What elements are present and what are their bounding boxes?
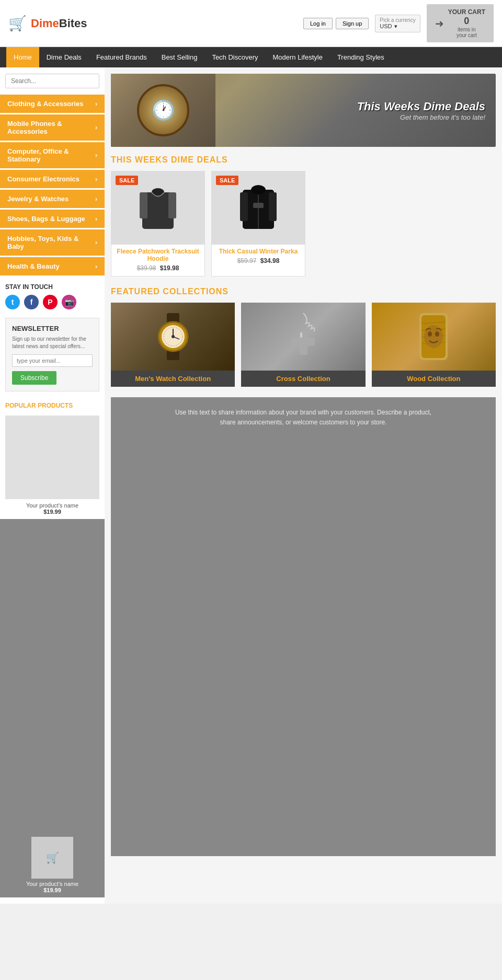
product-image-placeholder-2: 🛒 — [31, 837, 73, 879]
info-line2: share announcements, or welcome customer… — [121, 418, 485, 428]
sidebar-item-label: Consumer Electronics — [7, 175, 79, 183]
nav-tech-discovery[interactable]: Tech Discovery — [204, 47, 265, 67]
hero-banner: 🕐 This Weeks Dime Deals Get them before … — [111, 74, 496, 147]
svg-point-3 — [152, 188, 164, 197]
chevron-right-icon: › — [95, 100, 97, 108]
nav-dime-deals[interactable]: Dime Deals — [39, 47, 89, 67]
hero-text: This Weeks Dime Deals Get them before it… — [357, 100, 496, 121]
logo-dime: Dime — [31, 17, 59, 30]
collection-img-cross — [241, 303, 365, 371]
collection-img-watch — [111, 303, 235, 371]
collection-label-wood: Wood Collection — [372, 371, 496, 387]
cart-logo-icon: 🛒 — [8, 15, 27, 32]
currency-box[interactable]: Pick a currency USD ▾ — [375, 15, 420, 32]
hero-clock-bg: 🕐 — [111, 74, 215, 147]
svg-point-7 — [251, 185, 266, 194]
sidebar-item-label: Jewelry & Watches — [7, 195, 69, 203]
content-bottom-placeholder — [111, 438, 496, 856]
svg-rect-1 — [140, 192, 147, 218]
newsletter-box: NEWSLETTER Sign up to our newsletter for… — [5, 318, 99, 391]
deal-prices-1: $39.98 $19.98 — [111, 264, 204, 276]
hero-subtitle: Get them before it's too late! — [357, 113, 485, 121]
svg-rect-20 — [300, 332, 302, 338]
search-input[interactable] — [5, 74, 99, 88]
product-image-placeholder-1 — [5, 416, 99, 499]
svg-rect-9 — [253, 203, 264, 208]
cart-title: YOUR CART — [448, 8, 485, 16]
deal-new-price-1: $19.98 — [160, 264, 179, 272]
main-layout: Clothing & Accessories › Mobile Phones &… — [0, 67, 502, 904]
sidebar-item-label: Mobile Phones & Accessories — [7, 120, 95, 135]
sidebar-item-label: Computer, Office & Stationary — [7, 147, 95, 163]
svg-rect-19 — [292, 338, 315, 346]
chevron-right-icon: › — [95, 176, 97, 183]
svg-point-27 — [424, 325, 443, 348]
cart-count: 0 — [448, 16, 485, 27]
sale-badge-2: SALE — [216, 176, 238, 185]
popular-product-2-area: 🛒 Your product's name $19.99 — [0, 833, 105, 897]
deal-name-2: Thick Casual Winter Parka — [212, 245, 305, 257]
sidebar-item-hobbies[interactable]: Hobbies, Toys, Kids & Baby › — [0, 229, 105, 256]
nav-featured-brands[interactable]: Featured Brands — [89, 47, 154, 67]
twitter-icon[interactable]: t — [5, 295, 20, 309]
svg-point-28 — [428, 331, 432, 337]
sidebar-item-label: Clothing & Accessories — [7, 100, 83, 108]
info-text-box: Use this text to share information about… — [111, 397, 496, 438]
stay-in-touch-title: STAY IN TOUCH — [5, 283, 99, 291]
login-button[interactable]: Log in — [303, 18, 333, 29]
category-menu: Clothing & Accessories › Mobile Phones &… — [0, 95, 105, 275]
sidebar-item-shoes[interactable]: Shoes, Bags & Luggage › — [0, 210, 105, 228]
sidebar-item-health[interactable]: Health & Beauty › — [0, 257, 105, 275]
sidebar-scroll-placeholder — [0, 519, 105, 833]
product-price-1: $19.99 — [5, 509, 99, 515]
svg-point-16 — [172, 335, 175, 338]
deals-grid: SALE Fleece Patchwork Tracksuit Hoodie $… — [111, 171, 496, 276]
chevron-right-icon: › — [95, 215, 97, 223]
info-line1: Use this text to share information about… — [121, 408, 485, 418]
collections-grid: Men's Watch Collection Cross Collection — [111, 303, 496, 387]
sidebar-item-label: Shoes, Bags & Luggage — [7, 215, 85, 223]
deal-prices-2: $59.97 $34.98 — [212, 257, 305, 269]
sidebar-item-computer[interactable]: Computer, Office & Stationary › — [0, 142, 105, 168]
search-box — [5, 74, 99, 88]
subscribe-button[interactable]: Subscribe — [12, 371, 56, 385]
sidebar-item-electronics[interactable]: Consumer Electronics › — [0, 170, 105, 188]
site-logo: DimeBites — [31, 17, 87, 30]
collection-label-watch: Men's Watch Collection — [111, 371, 235, 387]
signup-button[interactable]: Sign up — [336, 18, 369, 29]
hero-title: This Weeks Dime Deals — [357, 100, 485, 113]
svg-rect-5 — [240, 192, 248, 221]
chevron-right-icon: › — [95, 195, 97, 203]
collection-label-cross: Cross Collection — [241, 371, 365, 387]
newsletter-title: NEWSLETTER — [12, 325, 93, 332]
popular-product-1[interactable]: Your product's name $19.99 — [0, 411, 105, 519]
nav-best-selling[interactable]: Best Selling — [154, 47, 205, 67]
newsletter-description: Sign up to our newsletter for the latest… — [12, 336, 93, 350]
top-right: Log in Sign up Pick a currency USD ▾ ➜ Y… — [303, 4, 494, 42]
nav-trending-styles[interactable]: Trending Styles — [330, 47, 392, 67]
sidebar-item-clothing[interactable]: Clothing & Accessories › — [0, 95, 105, 113]
nav-modern-lifestyle[interactable]: Modern Lifestyle — [266, 47, 330, 67]
sidebar-item-label: Health & Beauty — [7, 262, 60, 270]
newsletter-input[interactable] — [12, 354, 93, 367]
cart-box[interactable]: ➜ YOUR CART 0 items in your cart — [427, 4, 494, 42]
instagram-icon[interactable]: 📷 — [62, 295, 76, 309]
pinterest-icon[interactable]: P — [43, 295, 58, 309]
collection-img-wood — [372, 303, 496, 371]
collection-card-wood[interactable]: Wood Collection — [372, 303, 496, 387]
product-name-2: Your product's name — [4, 881, 100, 887]
currency-chevron-icon: ▾ — [394, 23, 397, 30]
deal-card-2[interactable]: SALE Thick Casual Winter Parka $59.97 — [211, 171, 305, 276]
collection-card-cross[interactable]: Cross Collection — [241, 303, 365, 387]
deal-card-1[interactable]: SALE Fleece Patchwork Tracksuit Hoodie $… — [111, 171, 205, 276]
collection-card-watch[interactable]: Men's Watch Collection — [111, 303, 235, 387]
facebook-icon[interactable]: f — [24, 295, 39, 309]
nav-bar: Home Dime Deals Featured Brands Best Sel… — [0, 47, 502, 67]
chevron-right-icon: › — [95, 239, 97, 246]
chevron-right-icon: › — [95, 152, 97, 159]
currency-select[interactable]: USD ▾ — [380, 23, 415, 30]
sidebar-item-jewelry[interactable]: Jewelry & Watches › — [0, 190, 105, 208]
nav-home[interactable]: Home — [6, 47, 39, 67]
sidebar-item-mobile[interactable]: Mobile Phones & Accessories › — [0, 114, 105, 141]
cart-arrow-icon: ➜ — [435, 17, 444, 30]
